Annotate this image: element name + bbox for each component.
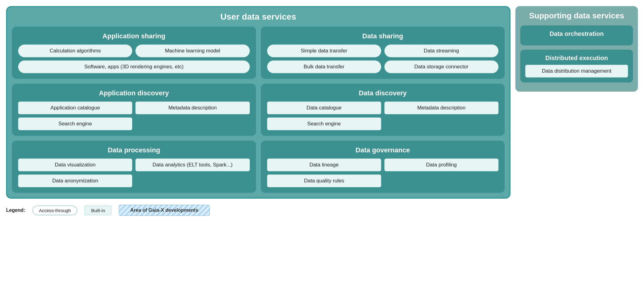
data-visualization-item: Data visualization [18,158,132,171]
main-wrapper: User data services Application sharing C… [6,6,638,199]
data-quality-rules-item: Data quality rules [267,174,381,187]
ml-model-item: Machine learning model [135,44,250,57]
data-sharing-section: Data sharing Simple data transfer Data s… [261,27,505,79]
data-governance-section: Data governance Data lineage Data profil… [261,141,505,193]
data-anonymization-item: Data anonymization [18,174,132,187]
data-streaming-item: Data streaming [384,44,499,57]
data-sharing-title: Data sharing [267,32,499,40]
legend-label: Legend: [6,208,25,213]
distributed-execution-section: Distributed execution Data distribution … [520,50,633,82]
legend-access-through: Access-through [32,206,77,215]
data-metadata-item: Metadata description [384,101,499,114]
application-sharing-title: Application sharing [18,32,250,40]
calc-algorithms-item: Calculation algorithms [18,44,132,57]
data-discovery-section: Data discovery Data catalogue Metadata d… [261,84,505,136]
application-sharing-items: Calculation algorithms Machine learning … [18,44,250,73]
application-sharing-section: Application sharing Calculation algorith… [12,27,256,79]
data-storage-connector-item: Data storage connector [384,60,499,73]
software-apps-item: Software, apps (3D rendering engines, et… [18,60,250,73]
user-data-services-panel: User data services Application sharing C… [6,6,510,199]
uds-grid: Application sharing Calculation algorith… [12,27,505,193]
data-processing-section: Data processing Data visualization Data … [12,141,256,193]
data-lineage-item: Data lineage [267,158,381,171]
uds-title: User data services [12,12,505,22]
data-analytics-item: Data analytics (ELT tools, Spark...) [135,158,250,171]
application-discovery-section: Application discovery Application catalo… [12,84,256,136]
legend-built-in: Built-in [85,206,111,215]
legend: Legend: Access-through Built-in Area of … [6,205,638,216]
data-discovery-title: Data discovery [267,89,499,97]
data-orchestration-title: Data orchestration [525,30,628,37]
data-governance-title: Data governance [267,146,499,154]
data-catalogue-item: Data catalogue [267,101,381,114]
legend-gaia-x: Area of Gaia-X developments [119,205,209,216]
distributed-execution-title: Distributed execution [525,55,628,62]
simple-data-transfer-item: Simple data transfer [267,44,381,57]
data-search-engine-item: Search engine [267,117,381,130]
supporting-services-title: Supporting data services [520,11,633,21]
application-discovery-items: Application catalogue Metadata descripti… [18,101,250,130]
data-distribution-management-item: Data distribution management [525,65,628,78]
app-catalogue-item: Application catalogue [18,101,132,114]
data-profiling-item: Data profiling [384,158,499,171]
bulk-data-transfer-item: Bulk data transfer [267,60,381,73]
application-discovery-title: Application discovery [18,89,250,97]
supporting-services-panel: Supporting data services Data orchestrat… [515,6,638,92]
app-search-engine-item: Search engine [18,117,132,130]
data-discovery-items: Data catalogue Metadata description Sear… [267,101,499,130]
data-governance-items: Data lineage Data profiling Data quality… [267,158,499,187]
data-processing-items: Data visualization Data analytics (ELT t… [18,158,250,187]
data-orchestration-section: Data orchestration [520,25,633,45]
app-metadata-item: Metadata description [135,101,250,114]
data-processing-title: Data processing [18,146,250,154]
data-sharing-items: Simple data transfer Data streaming Bulk… [267,44,499,73]
